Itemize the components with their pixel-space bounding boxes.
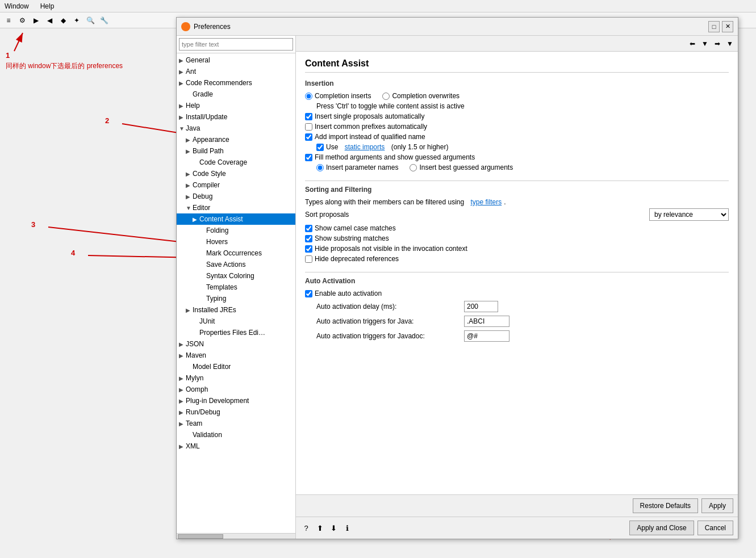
nav-dropdown-btn[interactable]: ▼ [699,38,711,49]
link-static-imports[interactable]: static imports [345,143,385,151]
tree-item-typing[interactable]: Typing [177,293,295,304]
cb-show-substring[interactable] [305,235,312,242]
tree-item-xml[interactable]: ▶ XML [177,440,295,452]
tree-item-mylyn[interactable]: ▶ Mylyn [177,372,295,384]
label-general: General [186,56,210,64]
hscroll-thumb[interactable] [178,534,223,539]
toolbar-btn-7[interactable]: 🔧 [98,14,110,27]
tree-item-maven[interactable]: ▶ Maven [177,350,295,361]
cb-add-import-row: Add import instead of qualified name [305,133,729,141]
tree-item-compiler[interactable]: ▶ Compiler [177,179,295,191]
tree-item-build-path[interactable]: ▶ Build Path [177,145,295,157]
label-compiler: Compiler [193,181,220,189]
import-icon[interactable]: ⬇ [328,522,339,534]
cb-show-camel[interactable] [305,225,312,232]
cb-enable-auto[interactable] [305,290,312,297]
delay-row: Auto activation delay (ms): [316,301,729,312]
apply-and-close-button[interactable]: Apply and Close [629,521,694,535]
tree-item-model-editor[interactable]: Model Editor [177,361,295,372]
toolbar-btn-6[interactable]: 🔍 [84,14,97,27]
bottom-right-buttons: Apply and Close Cancel [629,521,733,535]
tree-item-save-actions[interactable]: Save Actions [177,259,295,270]
tree-item-hovers[interactable]: Hovers [177,236,295,247]
radio-completion-inserts[interactable] [305,93,312,100]
triggers-javadoc-input[interactable] [464,330,509,342]
menu-window[interactable]: Window [2,1,31,11]
toolbar-btn-4[interactable]: ◆ [57,14,69,27]
label-enable-auto: Enable auto activation [315,290,382,297]
tree-item-validation[interactable]: Validation [177,429,295,440]
tree-item-java[interactable]: ▼ Java [177,123,295,134]
triggers-java-input[interactable] [464,316,509,327]
sort-proposals-dropdown[interactable]: by relevance alphabetically [649,208,729,221]
cb-hide-proposals[interactable] [305,245,312,253]
cb-hide-deprecated[interactable] [305,255,312,263]
triggers-java-row: Auto activation triggers for Java: [316,316,729,327]
delay-input[interactable] [464,301,498,312]
help-icon[interactable]: ? [300,522,312,534]
cb-use-static[interactable] [316,144,324,151]
radio-insert-param[interactable] [316,164,324,171]
cb-fill-method[interactable] [305,154,312,161]
tree-filter-input[interactable] [179,38,293,51]
tree-item-install-update[interactable]: ▶ Install/Update [177,111,295,123]
label-install-update: Install/Update [186,113,227,121]
radio-insert-best[interactable] [410,164,417,171]
apply-button[interactable]: Apply [701,498,733,513]
toolbar-btn-run[interactable]: ▶ [30,14,42,27]
info-icon[interactable]: ℹ [341,522,353,534]
label-fill-method: Fill method arguments and show guessed a… [315,153,475,161]
tree-item-help[interactable]: ▶ Help [177,100,295,111]
nav-fwd-dropdown-btn[interactable]: ▼ [724,38,736,49]
tree-panel: ▶ General ▶ Ant ▶ Code Recommenders Grad… [177,36,296,539]
cb-insert-single[interactable] [305,113,312,120]
cb-insert-common[interactable] [305,123,312,131]
tree-item-editor[interactable]: ▼ Editor [177,202,295,213]
label-completion-overwrites: Completion overwrites [392,92,460,100]
tree-item-junit[interactable]: JUnit [177,316,295,327]
menu-help[interactable]: Help [38,1,57,11]
restore-defaults-button[interactable]: Restore Defaults [633,498,698,513]
tree-item-folding[interactable]: Folding [177,225,295,236]
toolbar-btn-3[interactable]: ◀ [43,14,56,27]
cancel-button[interactable]: Cancel [697,521,733,535]
tree-item-code-coverage[interactable]: Code Coverage [177,157,295,168]
nav-forward-btn[interactable]: ➡ [712,38,723,49]
tree-item-plugin-dev[interactable]: ▶ Plug-in Development [177,395,295,406]
nav-back-btn[interactable]: ⬅ [687,38,698,49]
tree-item-oomph[interactable]: ▶ Oomph [177,384,295,395]
tree-item-templates[interactable]: Templates [177,282,295,293]
label-appearance: Appearance [193,136,229,144]
label-editor: Editor [193,204,210,212]
dialog-title: Preferences [194,23,705,31]
tree-item-debug[interactable]: ▶ Debug [177,191,295,202]
tree-item-installed-jres[interactable]: ▶ Installed JREs [177,304,295,316]
tree-item-ant[interactable]: ▶ Ant [177,66,295,77]
toolbar-btn-2[interactable]: ⚙ [16,14,28,27]
label-plugin-dev: Plug-in Development [186,397,249,405]
tree-item-json[interactable]: ▶ JSON [177,338,295,350]
dialog-minimize-btn[interactable]: □ [708,21,720,32]
link-type-filters[interactable]: type filters [471,198,502,206]
annotation-3: 3 [31,220,35,229]
tree-item-content-assist[interactable]: ▶ Content Assist [177,213,295,225]
label-mark-occurrences: Mark Occurrences [199,249,262,257]
toolbar-btn-1[interactable]: ≡ [2,14,15,27]
tree-item-syntax-coloring[interactable]: Syntax Coloring [177,270,295,282]
cb-add-import[interactable] [305,133,312,141]
tree-item-appearance[interactable]: ▶ Appearance [177,134,295,145]
tree-item-code-style[interactable]: ▶ Code Style [177,168,295,179]
tree-item-general[interactable]: ▶ General [177,54,295,66]
tree-item-run-debug[interactable]: ▶ Run/Debug [177,406,295,418]
tree-item-code-recommenders[interactable]: ▶ Code Recommenders [177,77,295,89]
radio-completion-overwrites[interactable] [382,93,390,100]
triggers-javadoc-row: Auto activation triggers for Javadoc: [316,330,729,342]
tree-item-properties-files[interactable]: Properties Files Edi… [177,327,295,338]
tree-item-team[interactable]: ▶ Team [177,418,295,429]
tree-item-mark-occurrences[interactable]: Mark Occurrences [177,247,295,259]
toolbar-btn-5[interactable]: ✦ [70,14,83,27]
tree-item-gradle[interactable]: Gradle [177,89,295,100]
dialog-close-btn[interactable]: ✕ [722,21,733,32]
export-icon[interactable]: ⬆ [314,522,325,534]
tree-hscrollbar[interactable] [177,533,295,539]
